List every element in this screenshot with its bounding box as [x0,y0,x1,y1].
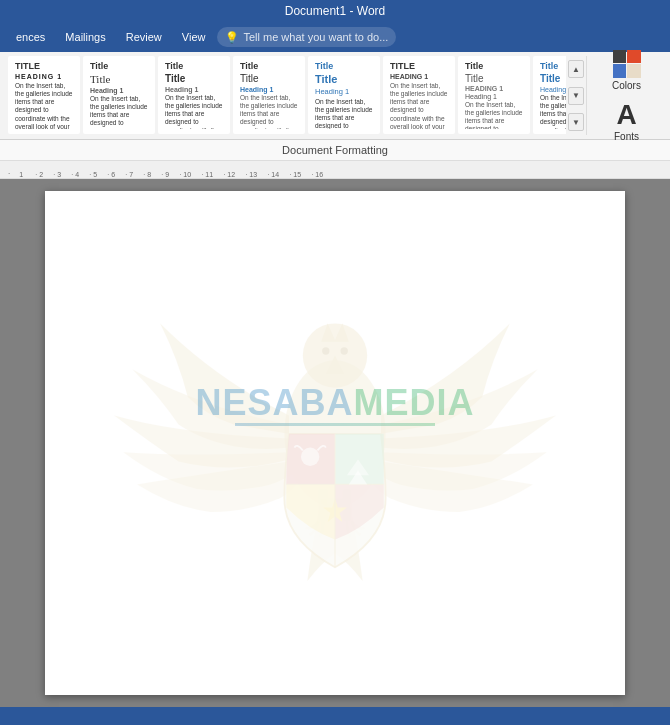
ruler-mark-2: · 2 [30,171,48,178]
style-label-7: Title [465,61,483,71]
style-label-8: Title [540,61,558,71]
ribbon-nav-review[interactable]: Review [118,27,170,47]
color-square-blue [613,64,627,78]
svg-marker-13 [347,460,369,476]
media-part: MEDIA [354,382,475,423]
ruler-mark-10: · 10 [174,171,196,178]
style-label-5: Title [315,61,333,71]
style-label-4: Title [240,61,258,71]
style-item-title-caps2[interactable]: TITLE HEADING 1 On the Insert tab, the g… [383,56,455,134]
style-preview-8: Title Heading 1 On the Insert tab, the g… [540,73,566,129]
ruler-zero: · [8,169,10,178]
style-preview-4: Title Heading 1 On the Insert tab, the g… [240,73,298,129]
ruler-mark-13: · 13 [240,171,262,178]
styles-container: TITLE HEADING 1 On the Insert tab, the g… [8,56,566,135]
style-item-blue-accent[interactable]: Title Title Heading 1 On the Insert tab,… [308,56,380,134]
svg-marker-8 [323,498,347,522]
color-square-dark [613,50,627,64]
style-label-2: Title [90,61,108,71]
scroll-down-button[interactable]: ▼ [568,87,584,105]
ruler-mark-12: · 12 [218,171,240,178]
ruler-mark-8: · 8 [138,171,156,178]
title-bar-text: Document1 - Word [285,4,385,18]
svg-point-5 [341,347,348,354]
doc-page[interactable]: NESABAMEDIA [45,191,625,695]
ribbon-nav-view[interactable]: View [174,27,214,47]
style-preview-2: Title Heading 1 On the Insert tab, the g… [90,73,148,129]
colors-label: Colors [612,80,641,91]
doc-area: NESABAMEDIA [0,179,670,707]
ruler-mark-16: · 16 [306,171,328,178]
svg-rect-7 [342,489,351,521]
ribbon-nav: ences Mailings Review View 💡 Tell me wha… [0,22,670,52]
svg-marker-3 [321,323,349,341]
svg-point-1 [303,323,367,387]
fonts-label: Fonts [614,131,639,142]
ruler-mark-1: 1 [12,171,30,178]
status-bar [0,707,670,725]
svg-rect-6 [318,489,327,521]
nesaba-watermark-text: NESABAMEDIA [195,382,474,424]
svg-point-11 [301,448,319,466]
style-preview-3: Title Heading 1 On the Insert tab, the g… [165,73,223,129]
style-label-3: Title [165,61,183,71]
garuda-watermark [45,191,625,695]
ruler: · 1 · 2 · 3 · 4 · 5 · 6 · 7 · 8 · 9 · 10… [0,161,670,179]
tell-me-box[interactable]: 💡 Tell me what you want to do... [217,27,396,47]
nesaba-part: NESABA [195,382,353,423]
style-preview-5: Title Heading 1 On the Insert tab, the g… [315,73,373,129]
styles-ribbon: TITLE HEADING 1 On the Insert tab, the g… [0,52,670,140]
style-item-title-blue2[interactable]: Title Title Heading 1 On the Insert tab,… [533,56,566,134]
style-item-mazama[interactable]: Title Title Heading 1 On the Insert tab,… [158,56,230,134]
colors-fonts-panel: Colors A Fonts [586,56,666,135]
style-label-1: TITLE [15,61,40,71]
ruler-inner: · 1 · 2 · 3 · 4 · 5 · 6 · 7 · 8 · 9 · 10… [8,161,328,178]
ruler-mark-4: · 4 [66,171,84,178]
ruler-mark-14: · 14 [262,171,284,178]
ruler-mark-5: · 5 [84,171,102,178]
ruler-mark-6: · 6 [102,171,120,178]
ruler-mark-11: · 11 [196,171,218,178]
svg-point-4 [322,347,329,354]
nesaba-underline [235,423,435,426]
ruler-mark-9: · 9 [156,171,174,178]
ribbon-nav-mailings[interactable]: Mailings [57,27,113,47]
scroll-up-button[interactable]: ▲ [568,60,584,78]
section-label-text: Document Formatting [282,144,388,156]
style-preview-6: HEADING 1 On the Insert tab, the galleri… [390,73,448,129]
svg-marker-2 [326,356,344,374]
fonts-a-letter: A [616,101,636,129]
garuda-svg [105,213,565,673]
style-item-title-normal[interactable]: Title Title Heading 1 On the Insert tab,… [83,56,155,134]
fonts-button[interactable]: A Fonts [610,97,643,146]
ruler-mark-15: · 15 [284,171,306,178]
style-label-6: TITLE [390,61,415,71]
svg-point-0 [284,360,385,507]
color-squares [613,50,641,78]
ribbon-nav-ences[interactable]: ences [8,27,53,47]
ruler-mark-3: · 3 [48,171,66,178]
section-label-bar: Document Formatting [0,140,670,161]
style-item-title-normal2[interactable]: Title Title Heading 1 On the Insert tab,… [233,56,305,134]
colors-button[interactable]: Colors [608,46,645,95]
color-square-red [627,50,641,64]
style-preview-1: HEADING 1 On the Insert tab, the galleri… [15,73,73,129]
color-square-cream [627,64,641,78]
style-preview-7: Title HEADING 1 Heading 1 On the Insert … [465,73,523,129]
style-item-title-caps[interactable]: TITLE HEADING 1 On the Insert tab, the g… [8,56,80,134]
style-item-title-gray[interactable]: Title Title HEADING 1 Heading 1 On the I… [458,56,530,134]
lightbulb-icon: 💡 [225,31,239,44]
ruler-mark-7: · 7 [120,171,138,178]
scroll-more-button[interactable]: ▼ [568,113,584,131]
tell-me-placeholder: Tell me what you want to do... [243,31,388,43]
title-bar: Document1 - Word [0,0,670,22]
svg-marker-12 [349,471,367,485]
styles-scrollbar: ▲ ▼ ▼ [566,56,586,135]
